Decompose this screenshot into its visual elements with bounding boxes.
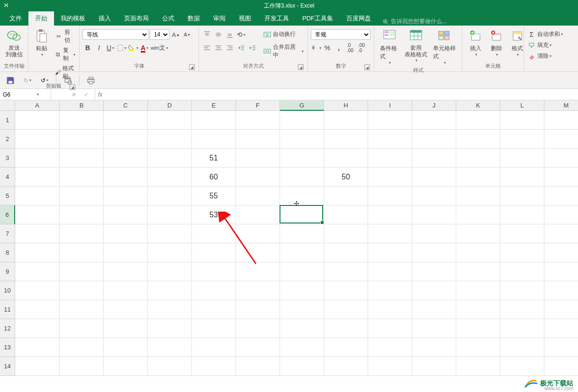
cell-B1[interactable] (60, 111, 104, 130)
column-header-D[interactable]: D (148, 100, 192, 111)
cell-D7[interactable] (148, 224, 192, 243)
cell-G3[interactable] (280, 149, 324, 168)
tab-插入[interactable]: 插入 (92, 11, 117, 26)
cell-E6[interactable]: 53 (192, 205, 236, 224)
cell-L1[interactable] (500, 111, 544, 130)
cell-C5[interactable] (104, 187, 148, 205)
cell-F8[interactable] (236, 243, 280, 262)
row-header-1[interactable]: 1 (0, 111, 15, 130)
cell-F2[interactable] (236, 130, 280, 149)
cell-F10[interactable] (236, 281, 280, 300)
cell-A6[interactable] (15, 205, 60, 224)
cell-F4[interactable] (236, 168, 280, 187)
cell-E13[interactable] (192, 338, 236, 357)
cell-G6[interactable] (280, 205, 324, 224)
phonetic-button[interactable]: wén文▾ (151, 43, 168, 53)
cell-K5[interactable] (456, 187, 500, 205)
cell-K2[interactable] (456, 130, 500, 149)
bold-button[interactable]: B (82, 43, 93, 53)
cell-D5[interactable] (148, 187, 192, 205)
cell-styles-button[interactable]: 单元格样式▾ (430, 27, 459, 66)
cell-B13[interactable] (60, 338, 104, 357)
cell-K1[interactable] (456, 111, 500, 130)
cell-J13[interactable] (412, 338, 456, 357)
cell-F11[interactable] (236, 300, 280, 319)
cell-I10[interactable] (368, 281, 412, 300)
align-middle-button[interactable] (213, 29, 224, 40)
cell-C14[interactable] (104, 357, 148, 376)
cell-D4[interactable] (148, 168, 192, 187)
column-header-L[interactable]: L (500, 100, 544, 111)
cell-B2[interactable] (60, 130, 104, 149)
cell-E2[interactable] (192, 130, 236, 149)
cell-G12[interactable] (280, 319, 324, 338)
cell-K13[interactable] (456, 338, 500, 357)
clipboard-dialog-launcher[interactable]: ◢ (70, 84, 75, 90)
cell-C8[interactable] (104, 243, 148, 262)
cell-H2[interactable] (324, 130, 368, 149)
cell-D3[interactable] (148, 149, 192, 168)
cell-M1[interactable] (544, 111, 578, 130)
cell-J5[interactable] (412, 187, 456, 205)
column-header-M[interactable]: M (544, 100, 578, 111)
cell-L13[interactable] (500, 338, 544, 357)
cell-D6[interactable] (148, 205, 192, 224)
print-button[interactable] (85, 75, 97, 86)
decrease-indent-button[interactable] (236, 43, 246, 53)
cell-M6[interactable] (544, 205, 578, 224)
cell-E1[interactable] (192, 111, 236, 130)
cell-F7[interactable] (236, 224, 280, 243)
cell-B3[interactable] (60, 149, 104, 168)
cell-D14[interactable] (148, 357, 192, 376)
column-header-H[interactable]: H (324, 100, 368, 111)
column-header-G[interactable]: G (280, 100, 324, 111)
cell-I4[interactable] (368, 168, 412, 187)
cell-H7[interactable] (324, 224, 368, 243)
cell-G8[interactable] (280, 243, 324, 262)
row-header-11[interactable]: 11 (0, 300, 15, 319)
cell-J7[interactable] (412, 224, 456, 243)
font-dialog-launcher[interactable]: ◢ (189, 64, 195, 70)
save-button[interactable] (5, 75, 16, 86)
column-header-A[interactable]: A (15, 100, 60, 111)
column-header-J[interactable]: J (412, 100, 456, 111)
cut-button[interactable]: ✂剪切 (54, 27, 76, 45)
select-all-corner[interactable] (0, 100, 15, 111)
cell-I11[interactable] (368, 300, 412, 319)
alignment-dialog-launcher[interactable]: ◢ (298, 64, 304, 70)
cell-F9[interactable] (236, 262, 280, 281)
conditional-formatting-button[interactable]: 条件格式▾ (377, 27, 402, 66)
cell-C4[interactable] (104, 168, 148, 187)
cell-E5[interactable]: 55 (192, 187, 236, 205)
font-size-select[interactable]: 14 (150, 29, 170, 40)
cell-K4[interactable] (456, 168, 500, 187)
cell-F13[interactable] (236, 338, 280, 357)
cell-E10[interactable] (192, 281, 236, 300)
accounting-format-button[interactable]: ¥▾ (311, 43, 321, 53)
cell-L12[interactable] (500, 319, 544, 338)
autosum-button[interactable]: Σ自动求和▾ (527, 29, 564, 39)
cell-L9[interactable] (500, 262, 544, 281)
cell-C11[interactable] (104, 300, 148, 319)
cell-C3[interactable] (104, 149, 148, 168)
column-header-B[interactable]: B (60, 100, 104, 111)
cell-J12[interactable] (412, 319, 456, 338)
tab-公式[interactable]: 公式 (155, 11, 181, 26)
cell-H11[interactable] (324, 300, 368, 319)
align-top-button[interactable] (202, 29, 212, 40)
cell-A11[interactable] (15, 300, 60, 319)
cell-E7[interactable] (192, 224, 236, 243)
tab-开发工具[interactable]: 开发工具 (258, 11, 296, 26)
cell-G4[interactable] (280, 168, 324, 187)
column-header-E[interactable]: E (192, 100, 236, 111)
align-bottom-button[interactable] (225, 29, 235, 40)
cell-L4[interactable] (500, 168, 544, 187)
cell-C7[interactable] (104, 224, 148, 243)
cell-M14[interactable] (544, 357, 578, 376)
tab-我的模板[interactable]: 我的模板 (54, 11, 92, 26)
cell-C12[interactable] (104, 319, 148, 338)
cell-J8[interactable] (412, 243, 456, 262)
row-header-12[interactable]: 12 (0, 319, 15, 338)
cell-I3[interactable] (368, 149, 412, 168)
insert-cells-button[interactable]: 插入▾ (465, 27, 486, 58)
